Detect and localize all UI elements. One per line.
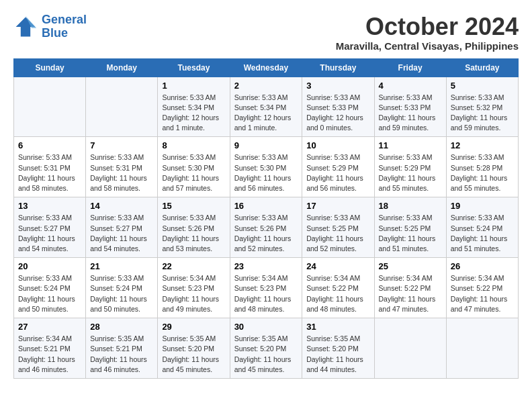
day-number: 22: [162, 261, 225, 271]
calendar-cell: 8Sunrise: 5:33 AMSunset: 5:30 PMDaylight…: [158, 137, 230, 197]
day-info: Sunrise: 5:33 AMSunset: 5:33 PMDaylight:…: [379, 93, 442, 134]
calendar-cell: 10Sunrise: 5:33 AMSunset: 5:29 PMDayligh…: [302, 137, 374, 197]
day-info: Sunrise: 5:33 AMSunset: 5:29 PMDaylight:…: [306, 152, 369, 193]
day-info: Sunrise: 5:33 AMSunset: 5:30 PMDaylight:…: [234, 152, 298, 193]
day-info: Sunrise: 5:33 AMSunset: 5:26 PMDaylight:…: [234, 213, 298, 254]
calendar-cell: 22Sunrise: 5:34 AMSunset: 5:23 PMDayligh…: [158, 258, 230, 318]
day-number: 15: [162, 201, 225, 211]
calendar-week-4: 20Sunrise: 5:33 AMSunset: 5:24 PMDayligh…: [14, 258, 519, 318]
day-number: 6: [18, 140, 81, 150]
day-info: Sunrise: 5:33 AMSunset: 5:25 PMDaylight:…: [306, 213, 369, 254]
day-number: 27: [18, 322, 81, 332]
calendar-cell: 21Sunrise: 5:33 AMSunset: 5:24 PMDayligh…: [86, 258, 158, 318]
calendar-cell: 13Sunrise: 5:33 AMSunset: 5:27 PMDayligh…: [14, 197, 86, 258]
day-info: Sunrise: 5:33 AMSunset: 5:28 PMDaylight:…: [451, 152, 514, 193]
calendar-cell: 4Sunrise: 5:33 AMSunset: 5:33 PMDaylight…: [374, 77, 446, 137]
day-info: Sunrise: 5:34 AMSunset: 5:22 PMDaylight:…: [306, 273, 369, 314]
calendar-cell: [86, 77, 158, 137]
location-title: Maravilla, Central Visayas, Philippines: [336, 40, 519, 52]
day-info: Sunrise: 5:33 AMSunset: 5:26 PMDaylight:…: [162, 213, 225, 254]
calendar-cell: 20Sunrise: 5:33 AMSunset: 5:24 PMDayligh…: [14, 258, 86, 318]
calendar-cell: 3Sunrise: 5:33 AMSunset: 5:33 PMDaylight…: [302, 77, 374, 137]
day-info: Sunrise: 5:34 AMSunset: 5:21 PMDaylight:…: [18, 334, 81, 375]
day-info: Sunrise: 5:33 AMSunset: 5:31 PMDaylight:…: [18, 152, 81, 193]
day-number: 12: [451, 140, 514, 150]
calendar-cell: 14Sunrise: 5:33 AMSunset: 5:27 PMDayligh…: [86, 197, 158, 258]
day-number: 11: [379, 140, 442, 150]
calendar-cell: [14, 77, 86, 137]
title-block: October 2024 Maravilla, Central Visayas,…: [336, 13, 519, 52]
calendar-cell: 31Sunrise: 5:35 AMSunset: 5:20 PMDayligh…: [302, 318, 374, 379]
calendar-header: Sunday Monday Tuesday Wednesday Thursday…: [14, 58, 519, 77]
day-info: Sunrise: 5:34 AMSunset: 5:22 PMDaylight:…: [451, 273, 514, 314]
day-info: Sunrise: 5:35 AMSunset: 5:20 PMDaylight:…: [162, 334, 225, 375]
day-info: Sunrise: 5:35 AMSunset: 5:21 PMDaylight:…: [90, 334, 153, 375]
header-monday: Monday: [86, 58, 158, 77]
day-info: Sunrise: 5:35 AMSunset: 5:20 PMDaylight:…: [234, 334, 298, 375]
day-info: Sunrise: 5:33 AMSunset: 5:32 PMDaylight:…: [451, 93, 514, 134]
calendar-table: Sunday Monday Tuesday Wednesday Thursday…: [13, 58, 519, 379]
day-info: Sunrise: 5:33 AMSunset: 5:27 PMDaylight:…: [90, 213, 153, 254]
calendar-week-2: 6Sunrise: 5:33 AMSunset: 5:31 PMDaylight…: [14, 137, 519, 197]
calendar-cell: 25Sunrise: 5:34 AMSunset: 5:22 PMDayligh…: [374, 258, 446, 318]
day-info: Sunrise: 5:33 AMSunset: 5:24 PMDaylight:…: [90, 273, 153, 314]
calendar-week-1: 1Sunrise: 5:33 AMSunset: 5:34 PMDaylight…: [14, 77, 519, 137]
header-friday: Friday: [374, 58, 446, 77]
day-info: Sunrise: 5:33 AMSunset: 5:25 PMDaylight:…: [379, 213, 442, 254]
calendar-cell: 27Sunrise: 5:34 AMSunset: 5:21 PMDayligh…: [14, 318, 86, 379]
calendar-cell: 18Sunrise: 5:33 AMSunset: 5:25 PMDayligh…: [374, 197, 446, 258]
day-number: 23: [234, 261, 298, 271]
calendar-cell: 28Sunrise: 5:35 AMSunset: 5:21 PMDayligh…: [86, 318, 158, 379]
calendar-cell: 17Sunrise: 5:33 AMSunset: 5:25 PMDayligh…: [302, 197, 374, 258]
calendar-week-3: 13Sunrise: 5:33 AMSunset: 5:27 PMDayligh…: [14, 197, 519, 258]
calendar-body: 1Sunrise: 5:33 AMSunset: 5:34 PMDaylight…: [14, 77, 519, 378]
calendar-cell: 16Sunrise: 5:33 AMSunset: 5:26 PMDayligh…: [230, 197, 302, 258]
header-saturday: Saturday: [446, 58, 518, 77]
month-title: October 2024: [336, 13, 519, 40]
calendar-cell: 9Sunrise: 5:33 AMSunset: 5:30 PMDaylight…: [230, 137, 302, 197]
calendar-cell: 12Sunrise: 5:33 AMSunset: 5:28 PMDayligh…: [446, 137, 518, 197]
calendar-cell: 29Sunrise: 5:35 AMSunset: 5:20 PMDayligh…: [158, 318, 230, 379]
day-info: Sunrise: 5:33 AMSunset: 5:29 PMDaylight:…: [379, 152, 442, 193]
day-info: Sunrise: 5:33 AMSunset: 5:31 PMDaylight:…: [90, 152, 153, 193]
day-number: 30: [234, 322, 298, 332]
day-number: 10: [306, 140, 369, 150]
calendar-cell: 15Sunrise: 5:33 AMSunset: 5:26 PMDayligh…: [158, 197, 230, 258]
day-number: 3: [306, 81, 369, 91]
day-number: 29: [162, 322, 225, 332]
day-number: 5: [451, 81, 514, 91]
day-number: 31: [306, 322, 369, 332]
calendar-cell: 7Sunrise: 5:33 AMSunset: 5:31 PMDaylight…: [86, 137, 158, 197]
day-info: Sunrise: 5:34 AMSunset: 5:23 PMDaylight:…: [234, 273, 298, 314]
day-number: 21: [90, 261, 153, 271]
day-number: 9: [234, 140, 298, 150]
calendar-cell: 30Sunrise: 5:35 AMSunset: 5:20 PMDayligh…: [230, 318, 302, 379]
calendar-cell: 2Sunrise: 5:33 AMSunset: 5:34 PMDaylight…: [230, 77, 302, 137]
header-row: Sunday Monday Tuesday Wednesday Thursday…: [14, 58, 519, 77]
day-number: 4: [379, 81, 442, 91]
page-header: General Blue October 2024 Maravilla, Cen…: [13, 13, 519, 52]
calendar-cell: 11Sunrise: 5:33 AMSunset: 5:29 PMDayligh…: [374, 137, 446, 197]
day-number: 1: [162, 81, 225, 91]
logo: General Blue: [13, 13, 87, 40]
logo-line1: General: [42, 13, 87, 26]
header-wednesday: Wednesday: [230, 58, 302, 77]
day-info: Sunrise: 5:33 AMSunset: 5:24 PMDaylight:…: [18, 273, 81, 314]
calendar-cell: 1Sunrise: 5:33 AMSunset: 5:34 PMDaylight…: [158, 77, 230, 137]
day-info: Sunrise: 5:33 AMSunset: 5:34 PMDaylight:…: [162, 93, 225, 134]
day-number: 13: [18, 201, 81, 211]
header-thursday: Thursday: [302, 58, 374, 77]
header-tuesday: Tuesday: [158, 58, 230, 77]
day-number: 2: [234, 81, 298, 91]
day-number: 7: [90, 140, 153, 150]
day-number: 20: [18, 261, 81, 271]
calendar-cell: 26Sunrise: 5:34 AMSunset: 5:22 PMDayligh…: [446, 258, 518, 318]
day-number: 16: [234, 201, 298, 211]
day-info: Sunrise: 5:33 AMSunset: 5:33 PMDaylight:…: [306, 93, 369, 134]
day-number: 19: [451, 201, 514, 211]
calendar-cell: 5Sunrise: 5:33 AMSunset: 5:32 PMDaylight…: [446, 77, 518, 137]
day-info: Sunrise: 5:33 AMSunset: 5:27 PMDaylight:…: [18, 213, 81, 254]
day-number: 26: [451, 261, 514, 271]
day-number: 28: [90, 322, 153, 332]
calendar-cell: 24Sunrise: 5:34 AMSunset: 5:22 PMDayligh…: [302, 258, 374, 318]
